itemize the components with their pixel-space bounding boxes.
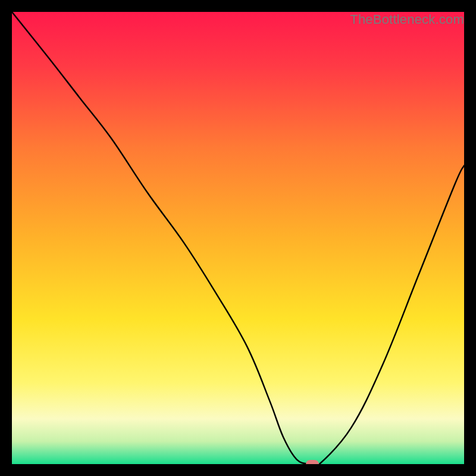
watermark-text: TheBottleneck.com bbox=[350, 12, 464, 27]
chart-frame: TheBottleneck.com bbox=[0, 0, 476, 476]
plot-area: TheBottleneck.com bbox=[12, 12, 464, 464]
curve-path bbox=[12, 12, 464, 464]
bottleneck-curve bbox=[12, 12, 464, 464]
optimal-point-marker bbox=[306, 460, 319, 464]
